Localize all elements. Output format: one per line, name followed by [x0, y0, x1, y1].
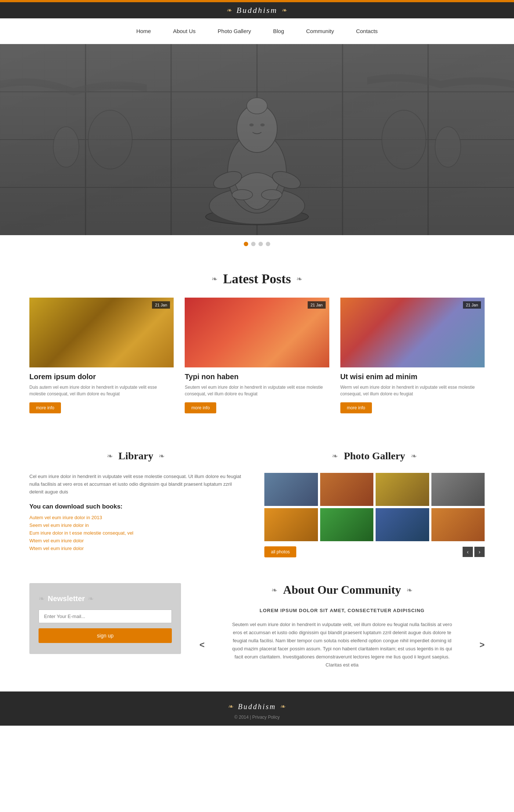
- nav-item-gallery[interactable]: Photo Gallery: [218, 28, 251, 34]
- post-text-0: Duis autem vel eum iriure dolor in hendr…: [29, 384, 174, 397]
- post-card-1: 21 Jan Typi non haben Seutem vel eum iri…: [185, 298, 329, 413]
- post-card-0: 21 Jan Lorem ipsum dolor Duis autem vel …: [29, 298, 174, 413]
- library-description: Cel eum iriure dolor in hendrerit in vul…: [29, 473, 242, 496]
- post-title-2: Ut wisi enim ad minim: [340, 373, 485, 381]
- gallery-thumb-0[interactable]: [264, 473, 318, 506]
- site-name-top: Buddhism: [236, 6, 278, 15]
- book-link-3[interactable]: Wtem vel eum iriure dolor: [29, 538, 242, 543]
- newsletter-title: Newsletter: [48, 594, 85, 603]
- slider-dot-4[interactable]: [266, 242, 270, 246]
- footer: ❧ Buddhism ❧ © 2014 | Privacy Policy: [0, 691, 514, 726]
- bottom-two-col-section: ❧ Newsletter ❧ sign up ❧ About Our Commu…: [0, 572, 514, 691]
- community-title-wrap: ❧ About Our Community ❧: [199, 583, 485, 597]
- gallery-controls: all photos ‹ ›: [264, 546, 485, 557]
- post-title-1: Typi non haben: [185, 373, 329, 381]
- gallery-thumb-7[interactable]: [431, 508, 485, 541]
- community-text: Seutem vel eum iriure dolor in hendrerit…: [228, 621, 456, 669]
- gallery-next-button[interactable]: ›: [474, 547, 485, 557]
- community-subtitle: LOREM IPSUM DOLOR SIT AMET, CONSECTETUER…: [199, 608, 485, 613]
- library-title-wrap: ❧ Library ❧: [29, 450, 242, 462]
- footer-ornament-left: ❧: [228, 703, 234, 711]
- gallery-thumb-1[interactable]: [320, 473, 374, 506]
- gallery-thumb-3[interactable]: [431, 473, 485, 506]
- site-title-top: ❧ Buddhism ❧: [226, 6, 288, 15]
- book-link-1[interactable]: Seem vel eum iriure dolor in: [29, 522, 242, 528]
- post-date-0: 21 Jan: [152, 301, 170, 309]
- post-image-2: 21 Jan: [340, 298, 485, 367]
- post-title-0: Lorem ipsum dolor: [29, 373, 174, 381]
- newsletter-ornament-right: ❧: [88, 594, 94, 603]
- library-column: ❧ Library ❧ Cel eum iriure dolor in hend…: [29, 450, 257, 557]
- newsletter-box: ❧ Newsletter ❧ sign up: [29, 583, 181, 654]
- book-links: Autem vel eum iriure dolor in 2013Seem v…: [29, 515, 242, 551]
- book-link-0[interactable]: Autem vel eum iriure dolor in 2013: [29, 515, 242, 520]
- footer-copyright: © 2014 | Privacy Policy: [0, 715, 514, 720]
- library-books-title: You can download such books:: [29, 503, 242, 510]
- ornament-left: ❧: [226, 6, 233, 14]
- latest-posts-section: ❧ Latest Posts ❧ 21 Jan Lorem ipsum dolo…: [0, 253, 514, 435]
- two-col-section: ❧ Library ❧ Cel eum iriure dolor in hend…: [0, 435, 514, 572]
- library-ornament-left: ❧: [107, 452, 113, 460]
- post-more-info-button-1[interactable]: more info: [185, 402, 216, 413]
- gallery-thumb-2[interactable]: [376, 473, 429, 506]
- gallery-grid: [264, 473, 485, 541]
- slider-dots[interactable]: [0, 235, 514, 253]
- gallery-thumb-4[interactable]: [264, 508, 318, 541]
- latest-posts-ornament-left: ❧: [211, 274, 218, 283]
- thumb-bg-3: [431, 473, 485, 506]
- hero-background: [0, 44, 514, 235]
- library-ornament-right: ❧: [159, 452, 165, 460]
- gallery-thumb-6[interactable]: [376, 508, 429, 541]
- newsletter-ornament-left: ❧: [39, 594, 45, 603]
- community-next-button[interactable]: >: [479, 640, 485, 650]
- newsletter-title-wrap: ❧ Newsletter ❧: [39, 594, 172, 603]
- slider-dot-2[interactable]: [251, 242, 256, 246]
- post-text-2: Werm vel eum iriure dolor in hendrerit i…: [340, 384, 485, 397]
- nav-item-community[interactable]: Community: [306, 28, 334, 34]
- nav-item-blog[interactable]: Blog: [273, 28, 284, 34]
- nav-item-contacts[interactable]: Contacts: [356, 28, 378, 34]
- top-bar: ❧ Buddhism ❧: [0, 2, 514, 18]
- hero-overlay: [0, 44, 514, 235]
- library-title: Library: [119, 450, 153, 462]
- slider-dot-3[interactable]: [258, 242, 263, 246]
- post-more-info-button-0[interactable]: more info: [29, 402, 61, 413]
- nav-item-about[interactable]: About Us: [173, 28, 196, 34]
- community-column: ❧ About Our Community ❧ LOREM IPSUM DOLO…: [181, 583, 485, 669]
- all-photos-button[interactable]: all photos: [264, 546, 296, 557]
- post-card-2: 21 Jan Ut wisi enim ad minim Werm vel eu…: [340, 298, 485, 413]
- navbar: HomeAbout UsPhoto GalleryBlogCommunityCo…: [0, 18, 514, 44]
- community-ornament-left: ❧: [271, 586, 278, 594]
- post-text-1: Seutem vel eum iriure dolor in hendrerit…: [185, 384, 329, 397]
- thumb-bg-7: [431, 508, 485, 541]
- latest-posts-title-wrap: ❧ Latest Posts ❧: [29, 271, 485, 287]
- gallery-prev-button[interactable]: ‹: [463, 547, 473, 557]
- nav-item-home[interactable]: Home: [136, 28, 151, 34]
- slider-dot-1[interactable]: [244, 242, 248, 246]
- gallery-column: ❧ Photo Gallery ❧ all photos ‹ ›: [257, 450, 485, 557]
- community-prev-button[interactable]: <: [199, 640, 204, 650]
- latest-posts-title: Latest Posts: [223, 271, 291, 287]
- gallery-title-wrap: ❧ Photo Gallery ❧: [264, 450, 485, 462]
- gallery-ornament-left: ❧: [332, 452, 338, 460]
- footer-ornament-right: ❧: [280, 703, 286, 711]
- gallery-thumb-5[interactable]: [320, 508, 374, 541]
- book-link-2[interactable]: Eum iriure dolor in t esse molestie cons…: [29, 530, 242, 536]
- newsletter-signup-button[interactable]: sign up: [39, 628, 172, 643]
- newsletter-email-input[interactable]: [39, 610, 172, 623]
- ornament-right: ❧: [281, 6, 288, 14]
- hero-section: [0, 44, 514, 235]
- post-date-2: 21 Jan: [463, 301, 481, 309]
- gallery-ornament-right: ❧: [411, 452, 417, 460]
- posts-grid: 21 Jan Lorem ipsum dolor Duis autem vel …: [29, 298, 485, 413]
- thumb-bg-6: [376, 508, 429, 541]
- book-link-4[interactable]: Wtem vel eum iriure dolor: [29, 546, 242, 551]
- thumb-bg-5: [320, 508, 374, 541]
- community-nav: < Seutem vel eum iriure dolor in hendrer…: [199, 621, 485, 669]
- community-ornament-right: ❧: [406, 586, 413, 594]
- footer-site-name: Buddhism: [238, 703, 276, 711]
- community-title: About Our Community: [283, 583, 401, 597]
- post-more-info-button-2[interactable]: more info: [340, 402, 372, 413]
- thumb-bg-1: [320, 473, 374, 506]
- thumb-bg-4: [264, 508, 318, 541]
